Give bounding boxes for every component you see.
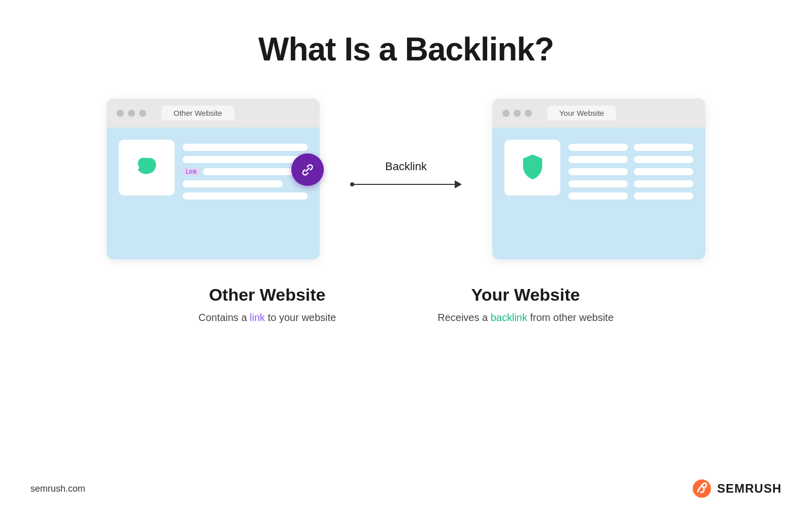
line-1	[183, 144, 308, 151]
r-line-1	[568, 144, 628, 151]
chain-link-icon	[299, 161, 316, 178]
left-desc-text: Contains a link to your website	[198, 312, 336, 324]
right-tab-label: Your Website	[559, 109, 604, 117]
right-browser-window: Your Website	[492, 99, 705, 260]
dot-3	[139, 110, 146, 117]
semrush-logo: SEMRUSH	[692, 478, 782, 499]
right-browser-body	[492, 127, 705, 260]
r-line-5	[568, 192, 628, 200]
footer: semrush.com SEMRUSH	[0, 478, 812, 499]
svg-point-0	[693, 479, 711, 498]
line-2	[183, 156, 308, 163]
diagram-area: Other Website Link	[0, 99, 812, 260]
line-5	[183, 192, 308, 200]
line-4	[183, 180, 283, 187]
right-browser-tab: Your Website	[547, 106, 616, 120]
dot-r3	[525, 110, 532, 117]
right-desc-before: Receives a	[437, 312, 491, 323]
page-title: What Is a Backlink?	[258, 30, 554, 68]
left-content-lines: Link	[183, 140, 308, 200]
left-content-card	[119, 140, 175, 196]
dot-1	[117, 110, 124, 117]
dot-r2	[514, 110, 521, 117]
left-browser-window: Other Website Link	[107, 99, 320, 260]
r-line-2	[568, 156, 628, 163]
link-text: Link	[186, 168, 197, 175]
link-highlight: Link	[183, 168, 200, 175]
left-browser-body: Link	[107, 127, 320, 260]
arrow-line	[350, 180, 462, 188]
right-content-card	[504, 140, 560, 196]
semrush-text: SEMRUSH	[717, 481, 782, 496]
green-blob-icon	[131, 155, 162, 180]
left-desc-after: to your website	[265, 312, 336, 323]
left-tab-label: Other Website	[174, 109, 222, 117]
dot-r1	[502, 110, 510, 117]
right-desc-link: backlink	[491, 312, 527, 323]
r-line-7	[634, 156, 693, 163]
right-lines-col-1	[568, 144, 628, 200]
r-line-3	[568, 168, 628, 175]
arrow-label: Backlink	[385, 160, 427, 173]
arrow-head	[455, 180, 462, 188]
link-line: Link	[183, 168, 308, 175]
right-content-lines	[568, 140, 693, 200]
right-browser-chrome: Your Website	[492, 99, 705, 127]
bottom-descriptions: Other Website Contains a link to your we…	[0, 285, 812, 324]
right-browser-dots	[502, 110, 532, 117]
left-browser-dots	[117, 110, 146, 117]
semrush-icon	[692, 478, 712, 499]
footer-url: semrush.com	[30, 484, 85, 494]
left-browser-chrome: Other Website	[107, 99, 320, 127]
green-shield-icon	[519, 152, 547, 183]
right-desc-after: from other website	[527, 312, 614, 323]
left-browser-tab: Other Website	[161, 106, 234, 120]
arrow-shaft	[354, 184, 455, 185]
left-description: Other Website Contains a link to your we…	[198, 285, 336, 324]
r-line-6	[634, 144, 693, 151]
chain-link-icon-circle	[291, 153, 324, 186]
r-line-8	[634, 168, 693, 175]
dot-2	[128, 110, 135, 117]
r-line-10	[634, 192, 693, 200]
arrow-dot	[350, 182, 354, 186]
left-desc-before: Contains a	[198, 312, 250, 323]
r-line-9	[634, 180, 693, 187]
right-description: Your Website Receives a backlink from ot…	[437, 285, 614, 324]
left-website-name: Other Website	[198, 285, 336, 305]
right-desc-text: Receives a backlink from other website	[437, 312, 614, 324]
left-desc-link: link	[250, 312, 265, 323]
right-lines-col-2	[634, 144, 693, 200]
backlink-arrow: Backlink	[350, 160, 462, 188]
r-line-4	[568, 180, 628, 187]
right-website-name: Your Website	[437, 285, 614, 305]
